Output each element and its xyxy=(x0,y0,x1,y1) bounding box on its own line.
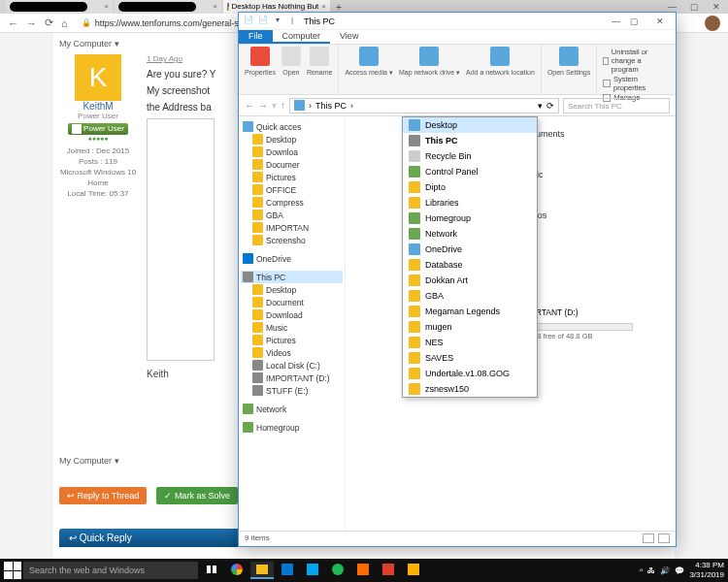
dropdown-item[interactable]: OneDrive xyxy=(403,242,537,257)
taskbar-app[interactable] xyxy=(351,562,375,579)
dropdown-item[interactable]: Database xyxy=(403,257,537,273)
dropdown-item[interactable]: GBA xyxy=(403,288,537,304)
minimize-button[interactable]: — xyxy=(612,16,620,26)
back-button[interactable]: ← xyxy=(245,100,254,111)
details-view-button[interactable] xyxy=(643,534,654,543)
tree-item[interactable]: Downloa xyxy=(241,146,343,158)
dropdown-item[interactable]: This PC xyxy=(403,133,537,148)
home-button[interactable]: ⌂ xyxy=(61,17,68,29)
history-dropdown[interactable]: ▾ xyxy=(272,100,277,111)
computer-tab[interactable]: Computer xyxy=(273,30,331,44)
network-icon[interactable]: 🖧 xyxy=(647,566,655,575)
dropdown-item[interactable]: Control Panel xyxy=(403,164,537,179)
view-tab[interactable]: View xyxy=(330,30,368,44)
uninstall-link[interactable]: Uninstall or change a program xyxy=(603,48,670,74)
icons-view-button[interactable] xyxy=(658,534,670,543)
dropdown-icon[interactable]: ▾ xyxy=(538,101,543,111)
new-tab-button[interactable]: + xyxy=(332,2,346,13)
dropdown-item[interactable]: Megaman Legends xyxy=(403,304,537,319)
dropdown-item[interactable]: mugen xyxy=(403,319,537,335)
close-button[interactable]: ✕ xyxy=(648,16,672,26)
breadcrumb-bar[interactable]: › This PC › ▾ ⟳ xyxy=(289,98,559,113)
close-icon[interactable]: × xyxy=(213,0,217,14)
dropdown-item[interactable]: SAVES xyxy=(403,350,537,366)
dropdown-item[interactable]: Desktop xyxy=(403,117,537,133)
dropdown-item[interactable]: Libraries xyxy=(403,195,537,210)
tree-item[interactable]: IMPORTANT (D:) xyxy=(241,372,343,384)
task-view-button[interactable] xyxy=(200,562,223,579)
tree-item-onedrive[interactable]: OneDrive xyxy=(241,252,343,265)
dropdown-item[interactable]: Network xyxy=(403,226,537,242)
back-button[interactable]: ← xyxy=(8,17,18,29)
dropdown-item[interactable]: Homegroup xyxy=(403,210,537,226)
window-titlebar[interactable]: 📄 📄 ▾ | This PC — ▢ ✕ xyxy=(239,13,676,30)
tree-item-homegroup[interactable]: Homegroup xyxy=(241,421,343,434)
tree-item[interactable]: Desktop xyxy=(241,283,343,296)
access-media-button[interactable]: Access media ▾ xyxy=(345,47,393,77)
taskbar-app[interactable] xyxy=(250,562,274,579)
forward-button[interactable]: → xyxy=(26,17,37,29)
tree-item[interactable]: Pictures xyxy=(241,171,343,183)
tree-item-this-pc[interactable]: This PC xyxy=(241,271,343,283)
properties-button[interactable]: Properties xyxy=(245,47,276,77)
rename-button[interactable]: Rename xyxy=(307,47,332,77)
open-settings-button[interactable]: Open Settings xyxy=(547,47,590,77)
browser-tab[interactable]: × xyxy=(115,0,221,14)
tray-expand-icon[interactable]: ^ xyxy=(640,566,644,575)
taskbar-app[interactable] xyxy=(225,562,248,579)
dropdown-item[interactable]: Undertale.v1.08.GOG xyxy=(403,366,537,381)
breadcrumb[interactable]: My Computer ▾ xyxy=(59,456,119,466)
volume-icon[interactable]: 🔊 xyxy=(660,566,670,575)
attached-screenshot[interactable] xyxy=(147,118,215,361)
dropdown-item[interactable]: zsnesw150 xyxy=(403,381,537,397)
tree-item[interactable]: Download xyxy=(241,308,343,321)
user-avatar[interactable]: K xyxy=(75,54,121,101)
browser-tab[interactable]: × xyxy=(6,0,113,14)
maximize-button[interactable]: ▢ xyxy=(630,16,639,26)
forward-button[interactable]: → xyxy=(258,100,268,111)
mark-solved-button[interactable]: ✓ Mark as Solve xyxy=(156,487,238,504)
username-link[interactable]: KeithM xyxy=(59,101,137,112)
add-location-button[interactable]: Add a network location xyxy=(466,47,535,77)
taskbar-app[interactable] xyxy=(276,562,299,579)
chevron-right-icon[interactable]: › xyxy=(350,101,353,111)
dropdown-item[interactable]: Dokkan Art xyxy=(403,273,537,288)
tree-item[interactable]: Documer xyxy=(241,158,343,171)
map-drive-button[interactable]: Map network drive ▾ xyxy=(399,47,460,77)
tree-item[interactable]: Local Disk (C:) xyxy=(241,359,343,372)
breadcrumb-item[interactable]: This PC xyxy=(315,101,347,111)
tree-item[interactable]: IMPORTAN xyxy=(241,221,343,234)
taskbar-app[interactable] xyxy=(402,562,425,579)
dropdown-item[interactable]: Dipto xyxy=(403,179,537,195)
tree-item[interactable]: STUFF (E:) xyxy=(241,384,343,397)
tree-item[interactable]: Compress xyxy=(241,196,343,209)
tree-item[interactable]: Pictures xyxy=(241,334,343,346)
minimize-button[interactable]: — xyxy=(668,2,677,12)
tree-item[interactable]: Music xyxy=(241,321,343,334)
up-button[interactable]: ↑ xyxy=(281,100,285,111)
tree-item[interactable]: Document xyxy=(241,296,343,308)
maximize-button[interactable]: ▢ xyxy=(690,2,699,12)
qat-icon[interactable]: 📄 xyxy=(257,16,269,27)
system-clock[interactable]: 4:38 PM3/31/2019 xyxy=(689,561,724,580)
close-button[interactable]: ✕ xyxy=(712,2,720,12)
close-icon[interactable]: × xyxy=(104,0,109,14)
reload-button[interactable]: ⟳ xyxy=(45,16,53,29)
taskbar-app[interactable] xyxy=(326,562,349,579)
tree-item-quick-access[interactable]: Quick acces xyxy=(241,120,343,133)
search-input[interactable]: Search This PC xyxy=(563,98,670,113)
sys-properties-link[interactable]: System properties xyxy=(603,75,670,92)
qat-icon[interactable]: 📄 xyxy=(243,16,254,27)
taskbar-search[interactable]: Search the web and Windows xyxy=(23,562,198,579)
tree-item[interactable]: Screensho xyxy=(241,234,343,246)
tree-item[interactable]: Videos xyxy=(241,346,343,359)
open-button[interactable]: Open xyxy=(281,47,301,77)
refresh-button[interactable]: ⟳ xyxy=(546,101,554,111)
start-button[interactable] xyxy=(4,562,21,579)
reply-button[interactable]: ↩ Reply to Thread xyxy=(59,487,147,504)
dropdown-item[interactable]: NES xyxy=(403,335,537,350)
chevron-right-icon[interactable]: › xyxy=(309,101,312,111)
tree-item[interactable]: OFFICE xyxy=(241,183,343,196)
qat-dropdown-icon[interactable]: ▾ xyxy=(272,16,283,27)
taskbar-app[interactable] xyxy=(301,562,324,579)
